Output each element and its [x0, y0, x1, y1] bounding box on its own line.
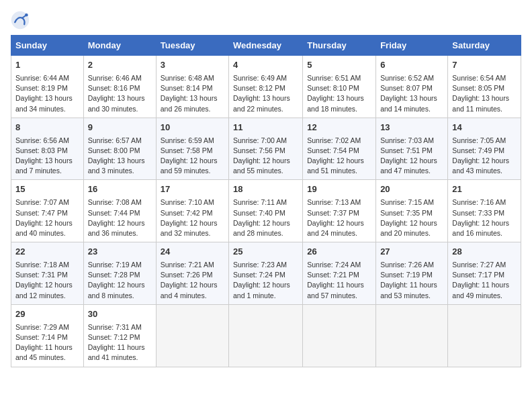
cell-info: Sunrise: 7:18 AMSunset: 7:31 PMDaylight:… — [15, 260, 79, 301]
weekday-header: Monday — [83, 36, 156, 56]
day-number: 15 — [15, 183, 79, 196]
day-number: 23 — [88, 246, 152, 259]
cell-info: Sunrise: 6:51 AMSunset: 8:10 PMDaylight:… — [307, 73, 371, 114]
calendar-cell: 2Sunrise: 6:46 AMSunset: 8:16 PMDaylight… — [83, 56, 156, 118]
cell-info: Sunrise: 7:26 AMSunset: 7:19 PMDaylight:… — [380, 260, 443, 301]
day-number: 12 — [307, 122, 371, 134]
cell-info: Sunrise: 7:05 AMSunset: 7:49 PMDaylight:… — [452, 136, 517, 177]
day-number: 18 — [233, 183, 298, 196]
cell-info: Sunrise: 6:44 AMSunset: 8:19 PMDaylight:… — [15, 73, 79, 114]
cell-info: Sunrise: 6:54 AMSunset: 8:05 PMDaylight:… — [452, 73, 517, 114]
day-number: 14 — [452, 122, 517, 134]
calendar-cell — [448, 304, 521, 367]
cell-info: Sunrise: 6:57 AMSunset: 8:00 PMDaylight:… — [88, 136, 152, 177]
calendar-cell: 7Sunrise: 6:54 AMSunset: 8:05 PMDaylight… — [448, 56, 521, 118]
cell-info: Sunrise: 7:31 AMSunset: 7:12 PMDaylight:… — [88, 322, 152, 363]
weekday-header: Sunday — [11, 36, 84, 56]
day-number: 16 — [88, 183, 152, 196]
cell-info: Sunrise: 7:29 AMSunset: 7:14 PMDaylight:… — [15, 322, 79, 363]
cell-info: Sunrise: 6:52 AMSunset: 8:07 PMDaylight:… — [380, 73, 443, 114]
day-number: 7 — [452, 59, 517, 72]
calendar-cell: 24Sunrise: 7:21 AMSunset: 7:26 PMDayligh… — [156, 242, 228, 305]
calendar-cell: 9Sunrise: 6:57 AMSunset: 8:00 PMDaylight… — [83, 118, 156, 180]
calendar-cell: 25Sunrise: 7:23 AMSunset: 7:24 PMDayligh… — [229, 242, 303, 305]
day-number: 10 — [161, 122, 224, 134]
cell-info: Sunrise: 7:23 AMSunset: 7:24 PMDaylight:… — [233, 260, 298, 301]
calendar-cell: 15Sunrise: 7:07 AMSunset: 7:47 PMDayligh… — [11, 180, 84, 242]
calendar-cell: 18Sunrise: 7:11 AMSunset: 7:40 PMDayligh… — [229, 180, 303, 242]
cell-info: Sunrise: 6:46 AMSunset: 8:16 PMDaylight:… — [88, 73, 152, 114]
cell-info: Sunrise: 7:11 AMSunset: 7:40 PMDaylight:… — [233, 197, 298, 238]
calendar-cell: 13Sunrise: 7:03 AMSunset: 7:51 PMDayligh… — [376, 118, 448, 180]
calendar-cell: 16Sunrise: 7:08 AMSunset: 7:44 PMDayligh… — [83, 180, 156, 242]
cell-info: Sunrise: 7:10 AMSunset: 7:42 PMDaylight:… — [161, 197, 224, 238]
day-number: 5 — [307, 59, 371, 72]
cell-info: Sunrise: 7:19 AMSunset: 7:28 PMDaylight:… — [88, 260, 152, 301]
calendar-cell: 28Sunrise: 7:27 AMSunset: 7:17 PMDayligh… — [448, 242, 521, 305]
day-number: 24 — [161, 246, 224, 259]
weekday-header: Thursday — [303, 36, 376, 56]
day-number: 2 — [88, 59, 152, 72]
cell-info: Sunrise: 6:59 AMSunset: 7:58 PMDaylight:… — [161, 136, 224, 177]
day-number: 13 — [380, 122, 443, 134]
day-number: 30 — [88, 308, 152, 321]
calendar-cell — [156, 304, 228, 367]
day-number: 6 — [380, 59, 443, 72]
calendar-cell: 12Sunrise: 7:02 AMSunset: 7:54 PMDayligh… — [303, 118, 376, 180]
cell-info: Sunrise: 7:07 AMSunset: 7:47 PMDaylight:… — [15, 197, 79, 238]
weekday-header: Friday — [376, 36, 448, 56]
cell-info: Sunrise: 7:15 AMSunset: 7:35 PMDaylight:… — [380, 197, 443, 238]
calendar-cell: 26Sunrise: 7:24 AMSunset: 7:21 PMDayligh… — [303, 242, 376, 305]
calendar-cell: 20Sunrise: 7:15 AMSunset: 7:35 PMDayligh… — [376, 180, 448, 242]
calendar-cell: 1Sunrise: 6:44 AMSunset: 8:19 PMDaylight… — [11, 56, 84, 118]
day-number: 26 — [307, 246, 371, 259]
calendar-cell: 4Sunrise: 6:49 AMSunset: 8:12 PMDaylight… — [229, 56, 303, 118]
day-number: 4 — [233, 59, 298, 72]
calendar-cell: 29Sunrise: 7:29 AMSunset: 7:14 PMDayligh… — [11, 304, 84, 367]
calendar-cell: 14Sunrise: 7:05 AMSunset: 7:49 PMDayligh… — [448, 118, 521, 180]
day-number: 22 — [15, 246, 79, 259]
calendar-cell: 3Sunrise: 6:48 AMSunset: 8:14 PMDaylight… — [156, 56, 228, 118]
weekday-header: Wednesday — [229, 36, 303, 56]
day-number: 21 — [452, 183, 517, 196]
logo — [11, 11, 32, 30]
cell-info: Sunrise: 7:21 AMSunset: 7:26 PMDaylight:… — [161, 260, 224, 301]
cell-info: Sunrise: 7:27 AMSunset: 7:17 PMDaylight:… — [452, 260, 517, 301]
cell-info: Sunrise: 6:56 AMSunset: 8:03 PMDaylight:… — [15, 136, 79, 177]
cell-info: Sunrise: 7:13 AMSunset: 7:37 PMDaylight:… — [307, 197, 371, 238]
calendar-cell — [303, 304, 376, 367]
calendar-table: SundayMondayTuesdayWednesdayThursdayFrid… — [11, 35, 521, 367]
day-number: 3 — [161, 59, 224, 72]
day-number: 8 — [15, 122, 79, 134]
calendar-cell: 17Sunrise: 7:10 AMSunset: 7:42 PMDayligh… — [156, 180, 228, 242]
weekday-header: Tuesday — [156, 36, 228, 56]
calendar-cell: 19Sunrise: 7:13 AMSunset: 7:37 PMDayligh… — [303, 180, 376, 242]
cell-info: Sunrise: 7:08 AMSunset: 7:44 PMDaylight:… — [88, 197, 152, 238]
day-number: 17 — [161, 183, 224, 196]
day-number: 11 — [233, 122, 298, 134]
calendar-cell: 5Sunrise: 6:51 AMSunset: 8:10 PMDaylight… — [303, 56, 376, 118]
cell-info: Sunrise: 7:03 AMSunset: 7:51 PMDaylight:… — [380, 136, 443, 177]
day-number: 25 — [233, 246, 298, 259]
day-number: 29 — [15, 308, 79, 321]
cell-info: Sunrise: 6:48 AMSunset: 8:14 PMDaylight:… — [161, 73, 224, 114]
cell-info: Sunrise: 7:24 AMSunset: 7:21 PMDaylight:… — [307, 260, 371, 301]
day-number: 27 — [380, 246, 443, 259]
cell-info: Sunrise: 6:49 AMSunset: 8:12 PMDaylight:… — [233, 73, 298, 114]
calendar-cell: 8Sunrise: 6:56 AMSunset: 8:03 PMDaylight… — [11, 118, 84, 180]
calendar-cell — [229, 304, 303, 367]
logo-icon — [11, 11, 30, 30]
calendar-cell: 22Sunrise: 7:18 AMSunset: 7:31 PMDayligh… — [11, 242, 84, 305]
calendar-cell: 6Sunrise: 6:52 AMSunset: 8:07 PMDaylight… — [376, 56, 448, 118]
day-number: 20 — [380, 183, 443, 196]
cell-info: Sunrise: 7:00 AMSunset: 7:56 PMDaylight:… — [233, 136, 298, 177]
calendar-cell: 11Sunrise: 7:00 AMSunset: 7:56 PMDayligh… — [229, 118, 303, 180]
svg-point-1 — [25, 13, 28, 17]
calendar-cell: 21Sunrise: 7:16 AMSunset: 7:33 PMDayligh… — [448, 180, 521, 242]
cell-info: Sunrise: 7:16 AMSunset: 7:33 PMDaylight:… — [452, 197, 517, 238]
calendar-cell: 10Sunrise: 6:59 AMSunset: 7:58 PMDayligh… — [156, 118, 228, 180]
day-number: 19 — [307, 183, 371, 196]
weekday-header: Saturday — [448, 36, 521, 56]
cell-info: Sunrise: 7:02 AMSunset: 7:54 PMDaylight:… — [307, 136, 371, 177]
calendar-cell — [376, 304, 448, 367]
